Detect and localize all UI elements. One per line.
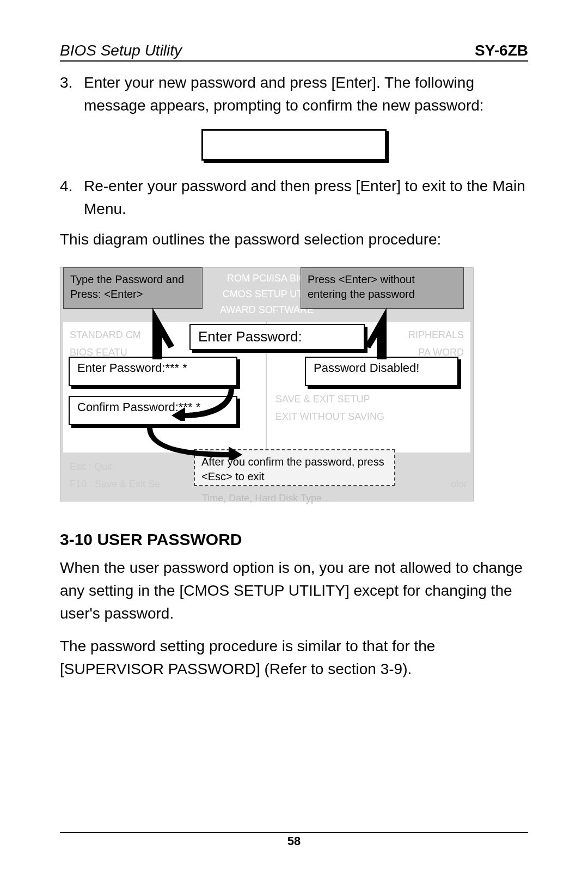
arrow-curve-confirm-esc-icon — [147, 422, 245, 460]
password-diagram: ROM PCI/ISA BIO CMOS SETUP UTIL AWARD SO… — [60, 261, 474, 509]
arrow-top-left-icon — [142, 308, 185, 362]
diagram-intro: This diagram outlines the password selec… — [60, 228, 528, 251]
bios-header-line3: AWARD SOFTWARE — [220, 304, 314, 315]
bios-footer-right: olor — [451, 458, 467, 493]
bios-header-line1: ROM PCI/ISA BIO — [227, 273, 307, 284]
confirm-message-box — [201, 129, 387, 161]
page-header: BIOS Setup Utility SY-6ZB — [60, 42, 528, 62]
page-number: 58 — [0, 834, 588, 848]
section-heading-user-password: 3-10 USER PASSWORD — [60, 530, 528, 549]
bios-footer-r2: olor — [451, 479, 467, 490]
header-right: SY-6ZB — [475, 42, 528, 59]
bios-footer-l2: F10 : Save & Exit Se — [70, 479, 160, 490]
callout-type-password: Type the Password and Press: <Enter> — [63, 267, 203, 309]
section-p1: When the user password option is on, you… — [60, 556, 528, 625]
step-4-text: Re-enter your password and then press [E… — [84, 175, 528, 221]
bios-right-1: RIPHERALS — [408, 329, 464, 340]
bios-right-mid-2: EXIT WITHOUT SAVING — [275, 411, 384, 422]
step-4-num: 4. — [60, 175, 84, 221]
footer-rule — [60, 832, 528, 833]
bios-right-mid-1: SAVE & EXIT SETUP — [275, 394, 370, 405]
step-4: 4. Re-enter your password and then press… — [60, 175, 528, 221]
arrow-curve-enter-confirm-icon — [169, 383, 234, 421]
bios-footer-time: Time, Date, Hard Disk Type… — [60, 493, 474, 504]
step-3-num: 3. — [60, 71, 84, 117]
header-left: BIOS Setup Utility — [60, 42, 182, 59]
arrow-top-right-icon — [354, 308, 397, 362]
bios-footer-l1: Esc : Quit — [70, 461, 112, 472]
bios-footer-left: Esc : Quit F10 : Save & Exit Se — [70, 458, 160, 493]
popup-enter-password-title: Enter Password: — [189, 324, 365, 350]
bios-header-line2: CMOS SETUP UTIL — [223, 289, 311, 299]
bios-left-1: STANDARD CM — [70, 329, 141, 340]
step-3-text: Enter your new password and press [Enter… — [84, 71, 528, 117]
callout-press-enter: Press <Enter> without entering the passw… — [301, 267, 464, 309]
step-3: 3. Enter your new password and press [En… — [60, 71, 528, 117]
bios-right-mid: SAVE & EXIT SETUP EXIT WITHOUT SAVING — [275, 390, 384, 426]
section-p2: The password setting procedure is simila… — [60, 635, 528, 681]
